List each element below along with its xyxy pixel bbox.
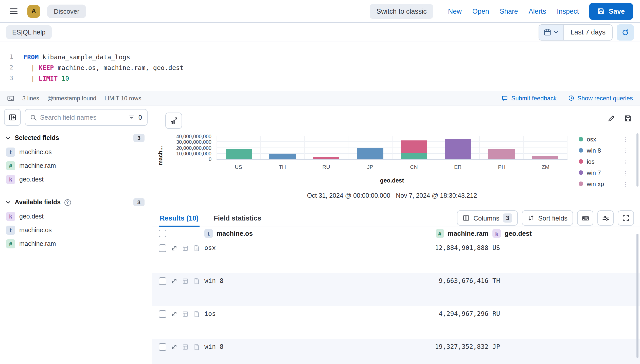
row-controls <box>159 310 204 318</box>
esql-help-button[interactable]: ES|QL help <box>6 25 52 39</box>
bar-segment-win 8[interactable] <box>269 154 296 159</box>
vertical-scrollbar[interactable] <box>636 234 638 358</box>
expand-row-icon[interactable] <box>171 343 177 350</box>
bar-segment-win 7[interactable] <box>445 139 471 159</box>
display-options-button[interactable] <box>597 210 614 226</box>
field-item-machine.ram[interactable]: #machine.ram <box>4 237 148 250</box>
y-axis-tick-label: 20,000,000,000 <box>176 145 211 151</box>
legend-item[interactable]: win xp⋮ <box>579 180 628 187</box>
time-range-button[interactable]: Last 7 days <box>564 25 612 40</box>
selected-fields-header[interactable]: Selected fields 3 <box>5 134 145 142</box>
nav-link-alerts[interactable]: Alerts <box>529 7 546 15</box>
legend-item[interactable]: ios⋮ <box>579 158 628 165</box>
app-header: A Discover Switch to classic New Open Sh… <box>0 0 640 23</box>
nav-link-new[interactable]: New <box>448 7 462 15</box>
column-header-geo-dest[interactable]: k geo.dest <box>488 229 640 238</box>
submit-feedback-link[interactable]: Submit feedback <box>502 95 557 102</box>
collapse-sidebar-button[interactable] <box>4 109 21 126</box>
show-recent-queries-link[interactable]: Show recent queries <box>568 95 633 102</box>
nav-link-inspect[interactable]: Inspect <box>557 7 579 15</box>
fullscreen-button[interactable] <box>618 210 634 226</box>
expand-row-icon[interactable] <box>171 278 177 284</box>
filter-by-type-button[interactable]: 0 <box>123 110 147 125</box>
help-icon[interactable]: ? <box>64 199 71 206</box>
row-checkbox[interactable] <box>159 310 166 318</box>
x-axis-title: geo.dest <box>217 177 567 184</box>
row-checkbox[interactable] <box>159 244 166 252</box>
field-item-geo.dest[interactable]: kgeo.dest <box>4 172 148 186</box>
space-avatar[interactable]: A <box>27 5 40 17</box>
editor-line[interactable]: 1FROM kibana_sample_data_logs <box>0 52 640 62</box>
view-single-document-icon[interactable] <box>193 245 200 251</box>
breadcrumb-discover[interactable]: Discover <box>47 4 86 18</box>
row-checkbox[interactable] <box>159 277 166 285</box>
cell-machine-ram: 9,663,676,416 <box>397 277 488 285</box>
view-single-document-icon[interactable] <box>193 278 200 284</box>
chart-type-button[interactable] <box>165 113 182 129</box>
field-item-machine.os[interactable]: tmachine.os <box>4 145 148 159</box>
bar-segment-win xp[interactable] <box>532 155 559 159</box>
editor-line[interactable]: 2 | KEEP machine.os, machine.ram, geo.de… <box>0 62 640 73</box>
select-all-checkbox[interactable] <box>159 230 166 237</box>
view-document-table-icon[interactable] <box>182 245 189 251</box>
view-document-table-icon[interactable] <box>182 311 189 317</box>
editor-line[interactable]: 3 | LIMIT 10 <box>0 73 640 84</box>
legend-options-handle[interactable]: ⋮ <box>623 181 628 186</box>
row-checkbox[interactable] <box>159 343 166 351</box>
column-header-machine-ram[interactable]: # machine.ram <box>397 229 488 238</box>
bar-segment-win 8[interactable] <box>357 148 383 159</box>
bar-slot-ZM <box>523 136 567 159</box>
field-item-machine.ram[interactable]: #machine.ram <box>4 159 148 172</box>
expand-row-icon[interactable] <box>171 311 177 317</box>
expand-row-icon[interactable] <box>171 245 177 251</box>
view-document-table-icon[interactable] <box>182 343 189 350</box>
bar-segment-win xp[interactable] <box>488 149 515 159</box>
field-item-geo.dest[interactable]: kgeo.dest <box>4 209 148 223</box>
menu-button[interactable] <box>6 4 21 19</box>
columns-button[interactable]: Columns 3 <box>457 210 518 226</box>
legend-label: win xp <box>587 180 604 187</box>
bar-segment-ios[interactable] <box>401 140 427 153</box>
save-floppy-icon <box>624 115 632 122</box>
field-item-machine.os[interactable]: tmachine.os <box>4 223 148 237</box>
column-header-label: machine.os <box>217 230 253 237</box>
save-button[interactable]: Save <box>590 3 633 20</box>
kibana-discover-app: A Discover Switch to classic New Open Sh… <box>0 0 640 364</box>
field-type-icon: k <box>6 212 15 221</box>
selected-fields-count: 3 <box>133 134 145 142</box>
nav-link-share[interactable]: Share <box>500 7 518 15</box>
legend-options-handle[interactable]: ⋮ <box>623 159 628 164</box>
legend-item[interactable]: osx⋮ <box>579 136 628 142</box>
sort-fields-button[interactable]: Sort fields <box>522 210 573 226</box>
available-fields-header[interactable]: Available fields ? 3 <box>5 198 145 206</box>
legend-item[interactable]: win 8⋮ <box>579 147 628 154</box>
view-single-document-icon[interactable] <box>193 311 200 317</box>
tab-results[interactable]: Results (10) <box>159 209 200 227</box>
tab-field-statistics[interactable]: Field statistics <box>213 209 262 227</box>
bar-segment-osx[interactable] <box>401 153 427 159</box>
nav-link-open[interactable]: Open <box>472 7 489 15</box>
legend-options-handle[interactable]: ⋮ <box>623 137 628 142</box>
field-type-icon: k <box>492 229 501 238</box>
legend-item[interactable]: win 7⋮ <box>579 169 628 176</box>
refresh-button[interactable] <box>617 24 634 40</box>
date-quick-select-button[interactable] <box>539 25 564 40</box>
save-visualization-button[interactable] <box>624 115 632 122</box>
columns-icon <box>463 214 470 222</box>
esql-editor[interactable]: 1FROM kibana_sample_data_logs2 | KEEP ma… <box>0 42 640 91</box>
vertical-scrollbar[interactable] <box>636 133 638 187</box>
legend-options-handle[interactable]: ⋮ <box>623 148 628 153</box>
view-document-table-icon[interactable] <box>182 278 189 284</box>
legend-options-handle[interactable]: ⋮ <box>623 170 628 175</box>
keyboard-shortcuts-button[interactable] <box>577 210 593 226</box>
edit-visualization-button[interactable] <box>608 115 615 122</box>
field-search-input[interactable] <box>37 114 123 121</box>
cell-geo-dest: RU <box>488 310 640 318</box>
switch-to-classic-button[interactable]: Switch to classic <box>370 4 433 19</box>
bar-chart-icon <box>170 117 177 124</box>
field-name: geo.dest <box>19 176 44 183</box>
bar-segment-osx[interactable] <box>225 149 252 159</box>
view-single-document-icon[interactable] <box>193 343 200 350</box>
bar-segment-ios[interactable] <box>313 157 340 159</box>
column-header-machine-os[interactable]: t machine.os <box>204 229 397 238</box>
